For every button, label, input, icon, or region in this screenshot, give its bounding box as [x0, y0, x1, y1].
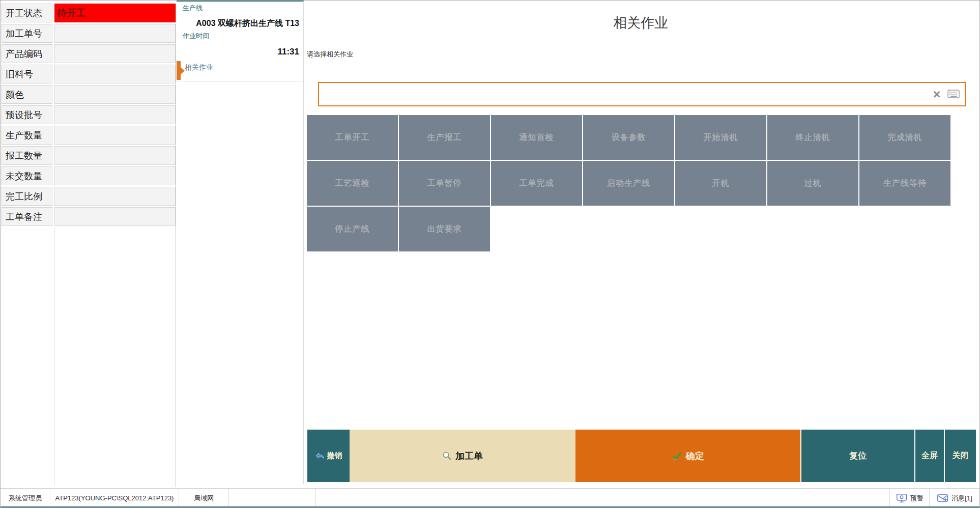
close-button[interactable]: 关闭	[945, 430, 976, 482]
action-button[interactable]: 生产线等待	[859, 161, 950, 206]
info-label: 生产数量	[2, 126, 52, 145]
action-button[interactable]: 过机	[767, 161, 858, 206]
job-search-box: ×	[318, 82, 966, 106]
confirm-label: 确定	[686, 450, 704, 462]
status-alert[interactable]: 预警	[890, 489, 930, 507]
info-label: 未交数量	[2, 166, 52, 185]
reset-label: 复位	[849, 450, 867, 462]
info-label: 预设批号	[2, 105, 52, 124]
worksheet-label: 加工单	[455, 450, 483, 462]
info-value	[54, 166, 176, 185]
info-value	[54, 85, 176, 104]
action-button[interactable]: 开始清机	[675, 115, 766, 160]
sidebar-filler	[2, 228, 54, 486]
page-title: 相关作业	[306, 14, 975, 32]
check-icon	[672, 451, 682, 460]
action-button[interactable]: 通知首检	[491, 115, 582, 160]
info-row: 生产数量	[2, 126, 176, 145]
info-value	[54, 146, 176, 165]
message-envelope-icon	[937, 493, 949, 503]
info-value: 待开工	[54, 4, 176, 22]
info-value	[54, 65, 176, 83]
action-button[interactable]: 工单完成	[491, 161, 582, 206]
nav-item-label: 相关作业	[185, 63, 213, 72]
info-value	[54, 44, 176, 63]
info-value	[54, 126, 176, 145]
selected-marker-icon	[177, 61, 181, 80]
alert-monitor-icon	[896, 493, 908, 503]
related-jobs-grid: 工单开工 生产报工 通知首检 设备参数 开始清机 终止清机 完成清机 工艺巡检 …	[307, 115, 953, 251]
info-row: 加工单号	[2, 24, 176, 43]
undo-icon	[315, 452, 325, 460]
job-search-input[interactable]	[321, 84, 918, 104]
reset-button[interactable]: 复位	[801, 430, 914, 482]
info-value	[54, 24, 176, 43]
action-button[interactable]: 终止清机	[767, 115, 858, 160]
action-button[interactable]: 停止产线	[307, 207, 398, 251]
undo-button[interactable]: 撤销	[307, 430, 350, 482]
keyboard-icon[interactable]	[947, 90, 960, 98]
confirm-button[interactable]: 确定	[575, 430, 800, 482]
info-value	[54, 207, 176, 226]
info-label: 旧料号	[2, 65, 52, 83]
info-label: 开工状态	[2, 4, 52, 22]
info-label: 产品编码	[2, 44, 52, 63]
undo-label: 撤销	[327, 451, 342, 461]
info-row: 颜色	[2, 85, 176, 104]
info-row: 未交数量	[2, 166, 176, 185]
action-button[interactable]: 工单开工	[307, 115, 398, 160]
info-row: 预设批号	[2, 105, 176, 124]
window-bottom-edge	[1, 506, 979, 507]
app-window: 开工状态 待开工 加工单号 产品编码 旧料号 颜色	[0, 0, 980, 508]
action-button[interactable]: 设备参数	[583, 115, 674, 160]
close-label: 关闭	[953, 450, 969, 461]
action-button[interactable]: 开机	[675, 161, 766, 206]
status-connection: ATP123(YOUNG-PC\SQL2012:ATP123)	[50, 489, 179, 507]
messages-label: 消息[1]	[952, 494, 972, 503]
line-value: A003 双螺杆挤出生产线 T13	[196, 18, 299, 29]
info-row: 开工状态 待开工	[2, 4, 176, 22]
info-row: 完工比例	[2, 187, 176, 206]
panel-divider	[177, 81, 303, 81]
fullscreen-label: 全屏	[921, 450, 938, 461]
time-section-label: 作业时间	[183, 32, 209, 41]
time-value: 11:31	[277, 47, 299, 57]
clear-icon[interactable]: ×	[930, 87, 943, 102]
info-row: 旧料号	[2, 65, 176, 83]
action-button[interactable]: 启动生产线	[583, 161, 674, 206]
info-label: 加工单号	[2, 24, 52, 43]
info-value	[54, 187, 176, 206]
status-spacer	[229, 489, 316, 507]
action-button[interactable]: 工单暂停	[399, 161, 490, 206]
status-messages[interactable]: 消息[1]	[930, 489, 979, 507]
info-label: 颜色	[2, 85, 52, 104]
line-section-label: 生产线	[183, 4, 203, 13]
production-line-panel: 生产线 A003 双螺杆挤出生产线 T13 作业时间 11:31 相关作业	[177, 1, 304, 484]
action-button[interactable]: 生产报工	[399, 115, 490, 160]
status-bar: 系统管理员 ATP123(YOUNG-PC\SQL2012:ATP123) 局域…	[1, 488, 979, 507]
info-label: 工单备注	[2, 207, 52, 226]
action-button[interactable]: 工艺巡检	[307, 161, 398, 206]
info-label: 报工数量	[2, 146, 52, 165]
status-network: 局域网	[179, 489, 229, 507]
status-user: 系统管理员	[1, 489, 50, 507]
info-label: 完工比例	[2, 187, 52, 206]
alert-label: 预警	[910, 494, 924, 503]
status-spacer	[316, 489, 890, 507]
action-button[interactable]: 完成清机	[859, 115, 950, 160]
search-doc-icon	[442, 451, 452, 461]
selection-prompt: 请选择相关作业	[307, 50, 353, 59]
info-row: 产品编码	[2, 44, 176, 63]
worksheet-button[interactable]: 加工单	[350, 430, 575, 482]
nav-item-related-jobs[interactable]: 相关作业	[177, 60, 303, 81]
action-button[interactable]: 出货要求	[399, 207, 490, 251]
info-row: 工单备注	[2, 207, 176, 226]
info-row: 报工数量	[2, 146, 176, 165]
fullscreen-button[interactable]: 全屏	[915, 430, 944, 482]
info-value	[54, 105, 176, 124]
